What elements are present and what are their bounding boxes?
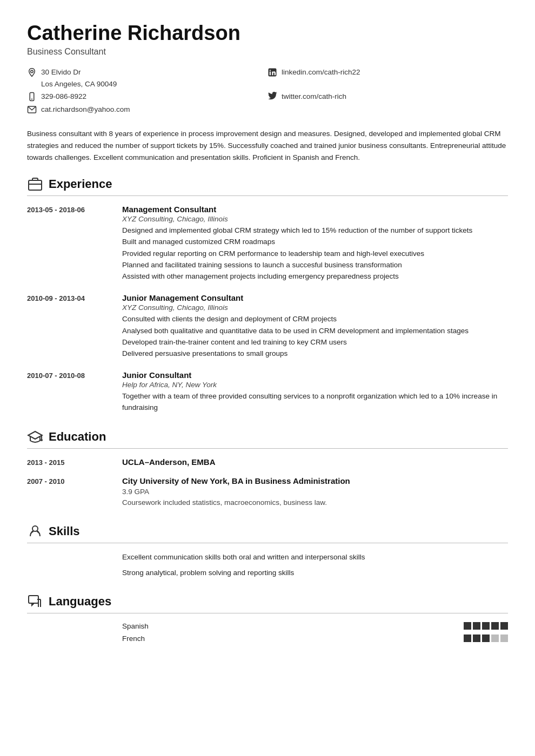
languages-header: Languages xyxy=(27,593,508,613)
exp-bullet: Designed and implemented global CRM stra… xyxy=(122,225,508,236)
education-section: Education 2013 - 2015UCLA–Anderson, EMBA… xyxy=(27,429,508,509)
exp-bullet: Provided regular reporting on CRM perfor… xyxy=(122,248,508,259)
education-entry: 2013 - 2015UCLA–Anderson, EMBA xyxy=(27,457,508,468)
exp-role: Junior Management Consultant xyxy=(122,293,508,302)
exp-company: Help for Africa, NY, New York xyxy=(122,381,508,389)
education-icon xyxy=(27,429,43,445)
email-address: cat.richardson@yahoo.com xyxy=(41,104,130,116)
experience-header: Experience xyxy=(27,176,508,196)
svg-point-11 xyxy=(32,526,38,531)
filled-dot xyxy=(491,622,499,630)
exp-bullets: Together with a team of three provided c… xyxy=(122,391,508,413)
exp-bullet: Assisted with other management projects … xyxy=(122,271,508,282)
email-icon xyxy=(27,105,37,114)
svg-point-10 xyxy=(41,439,43,441)
exp-bullet: Delivered persuasive presentations to sm… xyxy=(122,348,508,359)
skill-spacer xyxy=(27,552,113,563)
phone-number: 329-086-8922 xyxy=(41,91,86,103)
exp-role: Junior Consultant xyxy=(122,370,508,380)
phone-icon xyxy=(27,92,37,102)
languages-title: Languages xyxy=(49,595,111,609)
exp-bullets: Consulted with clients the design and de… xyxy=(122,314,508,359)
summary-text: Business consultant with 8 years of expe… xyxy=(27,128,508,163)
exp-role: Management Consultant xyxy=(122,205,508,214)
exp-dates: 2010-09 - 2013-04 xyxy=(27,293,113,360)
language-name: French xyxy=(122,634,455,643)
edu-dates: 2013 - 2015 xyxy=(27,457,113,468)
empty-dot xyxy=(500,634,508,642)
edu-dates: 2007 - 2010 xyxy=(27,476,113,509)
experience-entry: 2013-05 - 2018-06Management ConsultantXY… xyxy=(27,205,508,282)
skills-title: Skills xyxy=(49,524,79,538)
exp-dates: 2013-05 - 2018-06 xyxy=(27,205,113,282)
experience-section: Experience 2013-05 - 2018-06Management C… xyxy=(27,176,508,414)
twitter-url: twitter.com/cath-rich xyxy=(282,91,346,103)
filled-dot xyxy=(464,634,471,642)
address-line2: Los Angeles, CA 90049 xyxy=(41,78,117,90)
exp-bullet: Analysed both qualitative and quantitati… xyxy=(122,326,508,336)
skills-list: Excellent communication skills both oral… xyxy=(27,552,508,578)
twitter-item: twitter.com/cath-rich xyxy=(268,91,508,103)
edu-right: UCLA–Anderson, EMBA xyxy=(122,457,508,468)
education-entry: 2007 - 2010City University of New York, … xyxy=(27,476,508,509)
language-level xyxy=(464,634,508,642)
edu-detail: 3.9 GPA xyxy=(122,487,508,497)
languages-icon xyxy=(27,593,43,610)
exp-right: Junior ConsultantHelp for Africa, NY, Ne… xyxy=(122,370,508,414)
exp-right: Management ConsultantXYZ Consulting, Chi… xyxy=(122,205,508,282)
language-level xyxy=(464,622,508,630)
edu-detail: Coursework included statistics, macroeco… xyxy=(122,497,508,508)
skill-spacer xyxy=(27,568,113,578)
edu-institution: UCLA–Anderson, EMBA xyxy=(122,457,508,467)
svg-point-0 xyxy=(31,70,34,73)
education-list: 2013 - 2015UCLA–Anderson, EMBA2007 - 201… xyxy=(27,457,508,509)
address-item: 30 Elvido Dr Los Angeles, CA 90049 xyxy=(27,66,268,90)
exp-dates: 2010-07 - 2010-08 xyxy=(27,370,113,414)
exp-bullets: Designed and implemented global CRM stra… xyxy=(122,225,508,282)
experience-entry: 2010-09 - 2013-04Junior Management Consu… xyxy=(27,293,508,360)
candidate-title: Business Consultant xyxy=(27,47,508,57)
filled-dot xyxy=(473,622,480,630)
language-entry: French xyxy=(27,634,508,643)
filled-dot xyxy=(464,622,471,630)
experience-list: 2013-05 - 2018-06Management ConsultantXY… xyxy=(27,205,508,414)
skills-section: Skills Excellent communication skills bo… xyxy=(27,523,508,578)
exp-bullet: Developed train-the-trainer content and … xyxy=(122,337,508,348)
filled-dot xyxy=(482,634,490,642)
linkedin-url: linkedin.com/cath-rich22 xyxy=(282,66,360,78)
skill-text: Strong analytical, problem solving and r… xyxy=(122,568,508,578)
edu-right: City University of New York, BA in Busin… xyxy=(122,476,508,509)
exp-bullet: Together with a team of three provided c… xyxy=(122,391,508,413)
candidate-name: Catherine Richardson xyxy=(27,22,508,45)
empty-dot xyxy=(491,634,499,642)
exp-bullet: Planned and facilitated training session… xyxy=(122,260,508,271)
filled-dot xyxy=(482,622,490,630)
svg-rect-2 xyxy=(270,72,271,76)
language-entry: Spanish xyxy=(27,622,508,630)
experience-icon xyxy=(27,176,43,192)
exp-bullet: Consulted with clients the design and de… xyxy=(122,314,508,325)
education-header: Education xyxy=(27,429,508,449)
edu-institution: City University of New York, BA in Busin… xyxy=(122,476,508,485)
exp-company: XYZ Consulting, Chicago, Illinois xyxy=(122,303,508,312)
skills-icon xyxy=(27,523,43,539)
email-item: cat.richardson@yahoo.com xyxy=(27,104,268,116)
language-name: Spanish xyxy=(122,622,455,630)
skill-entry: Strong analytical, problem solving and r… xyxy=(27,568,508,578)
filled-dot xyxy=(500,622,508,630)
svg-point-3 xyxy=(270,70,271,71)
contact-section: 30 Elvido Dr Los Angeles, CA 90049 linke… xyxy=(27,66,508,115)
address-line1: 30 Elvido Dr xyxy=(41,66,117,78)
phone-item: 329-086-8922 xyxy=(27,91,268,103)
exp-bullet: Built and managed customized CRM roadmap… xyxy=(122,237,508,247)
experience-entry: 2010-07 - 2010-08Junior ConsultantHelp f… xyxy=(27,370,508,414)
filled-dot xyxy=(473,634,480,642)
languages-list: SpanishFrench xyxy=(27,622,508,643)
twitter-icon xyxy=(268,92,277,102)
svg-rect-7 xyxy=(29,180,42,190)
svg-rect-12 xyxy=(29,596,38,603)
experience-title: Experience xyxy=(49,177,112,191)
skill-entry: Excellent communication skills both oral… xyxy=(27,552,508,563)
skill-text: Excellent communication skills both oral… xyxy=(122,552,508,563)
languages-section: Languages SpanishFrench xyxy=(27,593,508,643)
